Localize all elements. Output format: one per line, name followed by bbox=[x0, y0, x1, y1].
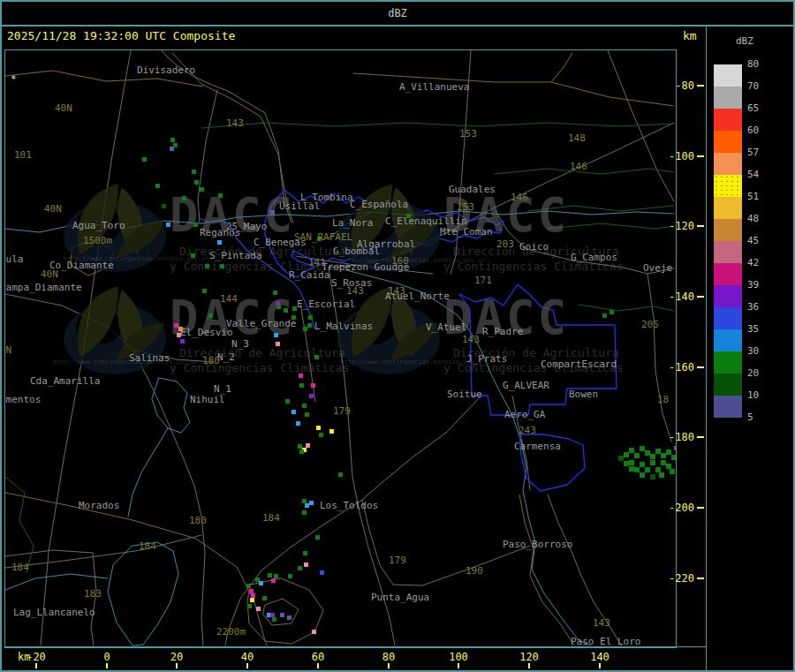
right-axis-unit-label: km bbox=[683, 29, 697, 42]
place-label: Punta_Agua bbox=[371, 592, 429, 603]
radar-echo-cell bbox=[271, 578, 276, 583]
colorbar-swatch bbox=[714, 64, 742, 87]
place-label: Nihuil bbox=[190, 394, 225, 405]
place-label: Morados bbox=[79, 500, 119, 511]
place-label: Soitue bbox=[447, 389, 482, 400]
radar-echo-cell bbox=[292, 410, 296, 414]
right-axis-tick-mark bbox=[697, 296, 704, 298]
radar-echo-cell bbox=[308, 315, 313, 320]
radar-echo-cell bbox=[259, 581, 263, 585]
radar-echo-cell bbox=[602, 313, 607, 318]
radar-echo-cell bbox=[312, 630, 316, 634]
right-axis-tick-label: -100 bbox=[661, 150, 694, 162]
radar-echo-cell bbox=[316, 426, 321, 430]
bottom-axis-tick-label: 140 bbox=[582, 651, 617, 663]
place-label: Oveje bbox=[643, 262, 672, 274]
radar-echo-cell bbox=[311, 383, 315, 388]
right-axis-tick-label: -140 bbox=[661, 291, 694, 303]
colorbar-value-label: 10 bbox=[747, 389, 759, 401]
colorbar-value-label: 60 bbox=[747, 125, 759, 136]
bottom-axis-tick-label: 60 bbox=[300, 651, 336, 663]
bottom-axis-tick-mark bbox=[35, 663, 37, 668]
radar-echo-cell bbox=[338, 472, 343, 477]
radar-echo-cell bbox=[202, 289, 207, 293]
right-axis-tick-mark bbox=[697, 85, 704, 87]
bottom-axis-tick-label: 0 bbox=[89, 651, 125, 663]
radar-echo-cell bbox=[256, 607, 261, 611]
right-axis-tick-mark bbox=[697, 578, 704, 579]
place-label: Paso_El_Loro bbox=[571, 636, 640, 647]
radar-echo-cell bbox=[276, 305, 281, 309]
radar-echo-cell bbox=[262, 596, 267, 600]
colorbar-title: dBZ bbox=[736, 35, 753, 47]
colorbar-value-label: 30 bbox=[747, 345, 759, 357]
radar-echo-cell bbox=[670, 469, 675, 474]
place-label: SAN_RAFAEL bbox=[294, 231, 352, 243]
radar-echo-cell bbox=[192, 170, 196, 174]
bottom-axis-tick-label: 80 bbox=[371, 651, 406, 663]
place-label: 183 bbox=[84, 588, 102, 600]
place-label: 184 bbox=[139, 540, 156, 552]
radar-echo-cell bbox=[250, 598, 254, 602]
place-label: 184 bbox=[262, 512, 280, 524]
place-label: 2200m bbox=[216, 626, 246, 638]
radar-echo-cell bbox=[284, 308, 288, 313]
radar-echo-cell bbox=[629, 460, 634, 465]
place-label: Divisadero bbox=[137, 64, 195, 76]
colorbar-value-label: 5 bbox=[747, 412, 753, 423]
place-label: Co_Diamante bbox=[49, 260, 114, 271]
place-label: L_Tombina bbox=[300, 192, 353, 203]
colorbar-value-label: 20 bbox=[747, 367, 759, 379]
radar-echo-cell bbox=[302, 510, 307, 515]
radar-echo-cell bbox=[218, 193, 223, 198]
colorbar-swatch bbox=[714, 87, 742, 109]
colorbar-swatch bbox=[714, 241, 742, 263]
bottom-axis-tick-label: 120 bbox=[511, 651, 547, 663]
colorbar-swatch bbox=[714, 351, 742, 374]
colorbar-value-label: 39 bbox=[747, 279, 759, 291]
colorbar-value-label: 54 bbox=[747, 169, 759, 180]
bottom-axis-tick-mark bbox=[458, 663, 459, 668]
radar-echo-cell bbox=[319, 433, 323, 437]
place-label: 143 bbox=[593, 617, 610, 629]
right-axis-tick-mark bbox=[697, 366, 704, 368]
place-label: 179 bbox=[389, 555, 406, 566]
place-label: La_Nora bbox=[332, 217, 373, 229]
bottom-axis-tick-mark bbox=[246, 663, 248, 668]
place-label: S_Pintada bbox=[209, 250, 262, 261]
place-label: 141 bbox=[308, 257, 326, 268]
colorbar-swatch bbox=[714, 197, 742, 219]
radar-echo-cell bbox=[142, 157, 147, 162]
radar-echo-cell bbox=[298, 444, 302, 449]
place-label: 143 bbox=[462, 334, 480, 345]
place-label: 40N bbox=[55, 102, 72, 114]
place-label: Cda_Amarilla bbox=[30, 375, 100, 387]
place-label: 1500m bbox=[83, 235, 112, 246]
place-label: 101 bbox=[14, 149, 32, 161]
radar-echo-cell bbox=[270, 210, 275, 215]
bottom-axis-tick-mark bbox=[317, 663, 319, 668]
colorbar-swatch bbox=[714, 109, 742, 131]
place-label: Reganos bbox=[200, 227, 240, 238]
place-label: R_Caida bbox=[289, 269, 329, 281]
radar-echo-cell bbox=[659, 472, 664, 478]
radar-echo-cell bbox=[629, 466, 634, 472]
place-label: 40N bbox=[44, 203, 62, 215]
colorbar-swatch bbox=[714, 219, 742, 241]
right-axis-tick-label: -220 bbox=[661, 572, 694, 585]
colorbar-swatch bbox=[714, 329, 742, 351]
place-label: 143 bbox=[346, 285, 364, 297]
radar-echo-cell bbox=[170, 138, 175, 142]
place-label: 153 bbox=[457, 201, 474, 213]
place-label: 205 bbox=[641, 319, 659, 330]
radar-echo-cell bbox=[246, 584, 251, 588]
place-label: 40N bbox=[41, 268, 58, 280]
colorbar-swatch bbox=[714, 153, 742, 175]
place-label: 143 bbox=[226, 117, 244, 129]
colorbar-swatch bbox=[714, 285, 742, 307]
colorbar-swatch bbox=[714, 374, 742, 396]
colorbar-swatch bbox=[714, 175, 742, 197]
radar-echo-cell bbox=[309, 394, 314, 398]
colorbar-value-label: 70 bbox=[747, 80, 759, 92]
radar-echo-cell bbox=[671, 455, 677, 460]
